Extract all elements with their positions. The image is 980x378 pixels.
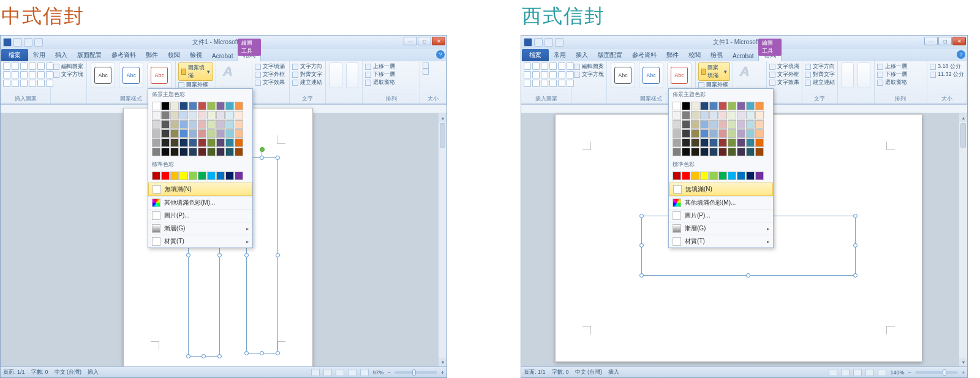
color-swatch[interactable]	[170, 129, 179, 138]
tab-insert[interactable]: 插入	[50, 49, 72, 61]
color-swatch[interactable]	[700, 111, 709, 119]
color-swatch[interactable]	[709, 129, 718, 138]
color-swatch[interactable]	[700, 129, 709, 138]
color-swatch[interactable]	[673, 172, 681, 180]
color-swatch[interactable]	[718, 111, 727, 119]
size-width[interactable]	[423, 69, 443, 75]
tab-references[interactable]: 參考資料	[627, 49, 662, 61]
color-swatch[interactable]	[189, 172, 197, 180]
color-swatch[interactable]	[161, 102, 170, 110]
color-swatch[interactable]	[170, 148, 179, 156]
zoom-slider[interactable]	[394, 371, 437, 374]
align-text-button[interactable]: 對齊文字	[805, 70, 835, 78]
color-swatch[interactable]	[746, 120, 755, 129]
color-swatch[interactable]	[737, 172, 745, 180]
color-swatch[interactable]	[198, 129, 206, 138]
color-swatch[interactable]	[207, 111, 216, 119]
selection-pane-button[interactable]: 選取窗格	[877, 78, 924, 86]
color-swatch[interactable]	[682, 172, 690, 180]
create-link-button[interactable]: 建立連結	[805, 78, 835, 86]
color-swatch[interactable]	[235, 102, 243, 110]
close-button[interactable]: ✕	[432, 37, 445, 45]
zoom-in-button[interactable]: +	[441, 369, 444, 376]
color-swatch[interactable]	[198, 102, 206, 110]
color-swatch[interactable]	[225, 102, 234, 110]
text-box-button[interactable]: 文字方塊	[574, 70, 604, 78]
color-swatch[interactable]	[152, 148, 160, 156]
tab-review[interactable]: 校閱	[684, 49, 706, 61]
color-swatch[interactable]	[189, 120, 197, 129]
color-swatch[interactable]	[198, 148, 206, 156]
color-swatch[interactable]	[189, 138, 197, 147]
color-swatch[interactable]	[161, 120, 170, 129]
color-swatch[interactable]	[682, 138, 690, 147]
color-swatch[interactable]	[673, 148, 681, 156]
color-swatch[interactable]	[152, 172, 160, 180]
send-backward-button[interactable]: 下移一層	[877, 70, 924, 78]
color-swatch[interactable]	[728, 129, 736, 138]
color-swatch[interactable]	[682, 111, 690, 119]
color-swatch[interactable]	[179, 148, 188, 156]
color-swatch[interactable]	[179, 138, 188, 147]
color-swatch[interactable]	[718, 102, 727, 110]
color-swatch[interactable]	[225, 172, 234, 180]
color-swatch[interactable]	[728, 111, 736, 119]
no-fill-item[interactable]: 無填滿(N)	[148, 183, 252, 196]
color-swatch[interactable]	[216, 172, 225, 180]
color-swatch[interactable]	[755, 148, 764, 156]
color-swatch[interactable]	[170, 120, 179, 129]
color-swatch[interactable]	[755, 120, 764, 129]
size-width[interactable]: 11.32 公分	[930, 70, 964, 78]
color-swatch[interactable]	[152, 120, 160, 129]
color-swatch[interactable]	[207, 172, 216, 180]
color-swatch[interactable]	[700, 172, 709, 180]
save-icon[interactable]	[534, 38, 543, 47]
zoom-out-button[interactable]: −	[908, 369, 911, 376]
color-swatch[interactable]	[225, 129, 234, 138]
color-swatch[interactable]	[718, 148, 727, 156]
redo-icon[interactable]	[34, 38, 43, 47]
tab-review[interactable]: 校閱	[163, 49, 185, 61]
create-link-button[interactable]: 建立連結	[292, 78, 323, 86]
text-effects-button[interactable]: 文字效果	[255, 78, 287, 86]
color-swatch[interactable]	[179, 120, 188, 129]
color-swatch[interactable]	[170, 102, 179, 110]
color-swatch[interactable]	[746, 129, 755, 138]
color-swatch[interactable]	[737, 102, 745, 110]
color-swatch[interactable]	[207, 148, 216, 156]
more-colors-item[interactable]: 其他填滿色彩(M)...	[148, 196, 252, 209]
undo-icon[interactable]	[24, 38, 32, 47]
color-swatch[interactable]	[152, 111, 160, 119]
color-swatch[interactable]	[198, 138, 206, 147]
color-swatch[interactable]	[673, 111, 681, 119]
color-swatch[interactable]	[728, 148, 736, 156]
wordart-gallery[interactable]: A	[219, 62, 237, 81]
color-swatch[interactable]	[207, 129, 216, 138]
color-swatch[interactable]	[755, 172, 764, 180]
color-swatch[interactable]	[235, 172, 243, 180]
color-swatch[interactable]	[709, 102, 718, 110]
tab-home[interactable]: 常用	[549, 49, 571, 61]
color-swatch[interactable]	[755, 129, 764, 138]
zoom-out-button[interactable]: −	[387, 369, 390, 376]
color-swatch[interactable]	[235, 138, 243, 147]
color-swatch[interactable]	[152, 138, 160, 147]
color-swatch[interactable]	[207, 102, 216, 110]
position-button[interactable]	[330, 62, 342, 88]
color-swatch[interactable]	[728, 138, 736, 147]
color-swatch[interactable]	[161, 138, 170, 147]
position-button[interactable]	[842, 62, 854, 88]
color-swatch[interactable]	[700, 120, 709, 129]
color-swatch[interactable]	[161, 148, 170, 156]
color-swatch[interactable]	[198, 111, 206, 119]
color-swatch[interactable]	[691, 120, 699, 129]
color-swatch[interactable]	[737, 148, 745, 156]
color-swatch[interactable]	[170, 172, 179, 180]
minimize-button[interactable]: —	[924, 37, 938, 45]
color-swatch[interactable]	[737, 111, 745, 119]
color-swatch[interactable]	[189, 148, 197, 156]
color-swatch[interactable]	[207, 138, 216, 147]
color-swatch[interactable]	[216, 138, 225, 147]
view-web[interactable]	[336, 369, 344, 376]
help-icon[interactable]: ?	[436, 50, 445, 59]
